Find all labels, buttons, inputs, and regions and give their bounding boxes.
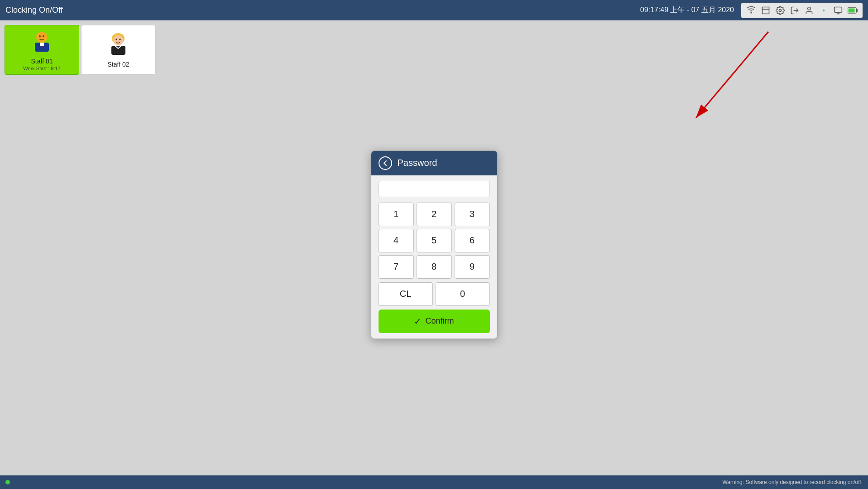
password-input[interactable] [379, 181, 490, 197]
num-btn-2[interactable]: 2 [417, 203, 452, 226]
checkmark-icon: ✓ [414, 316, 422, 327]
num-btn-3[interactable]: 3 [455, 203, 490, 226]
num-btn-1[interactable]: 1 [379, 203, 414, 226]
dialog-header: Password [371, 151, 497, 175]
dialog-body: 1 2 3 4 5 6 7 8 9 CL 0 ✓ Confirm [371, 175, 497, 339]
num-btn-0[interactable]: 0 [436, 282, 490, 306]
num-btn-8[interactable]: 8 [417, 255, 452, 279]
back-button[interactable] [379, 156, 392, 170]
num-btn-9[interactable]: 9 [455, 255, 490, 279]
confirm-button[interactable]: ✓ Confirm [379, 310, 490, 333]
num-btn-6[interactable]: 6 [455, 229, 490, 252]
dialog-title: Password [398, 158, 437, 168]
dialog-overlay: Password 1 2 3 4 5 6 7 8 9 CL 0 ✓ Confir… [0, 0, 868, 489]
num-btn-7[interactable]: 7 [379, 255, 414, 279]
num-btn-clear[interactable]: CL [379, 282, 433, 306]
confirm-label: Confirm [425, 316, 454, 326]
num-btn-4[interactable]: 4 [379, 229, 414, 252]
password-dialog: Password 1 2 3 4 5 6 7 8 9 CL 0 ✓ Confir… [371, 150, 498, 339]
num-btn-5[interactable]: 5 [417, 229, 452, 252]
bottom-row: CL 0 [379, 282, 490, 306]
numpad: 1 2 3 4 5 6 7 8 9 [379, 203, 490, 279]
